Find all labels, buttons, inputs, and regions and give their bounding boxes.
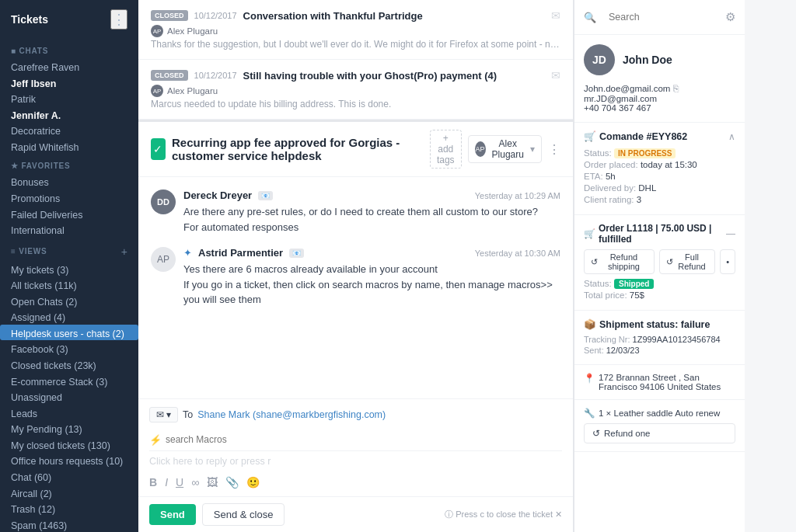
macros-search-input[interactable] <box>166 431 562 448</box>
ticket-agent-1: AP Alex Plugaru <box>151 25 560 37</box>
send-bar: Send Send & close ⓘ Press c to close the… <box>138 496 573 532</box>
shipment-title: 📦 Shipment status: failure <box>584 318 735 330</box>
ticket-title-1: Conversation with Thankful Partridge <box>243 10 545 22</box>
message-1-header: Dereck Dreyer 📧 Yesterday at 10:29 AM <box>183 190 560 201</box>
sidebar-item-international[interactable]: International <box>0 221 138 238</box>
message-2-author: Astrid Parmentier <box>198 247 283 259</box>
sidebar-item-jeff-ibsen[interactable]: Jeff Ibsen <box>0 75 138 91</box>
sidebar-item-unassigned[interactable]: Unassigned <box>0 388 138 405</box>
sidebar-item-chat[interactable]: Chat (60) <box>0 468 138 485</box>
sidebar-item-closed-tickets[interactable]: Closed tickets (23k) <box>0 356 138 373</box>
ticket-card-2-header: CLOSED 10/12/2017 Still having trouble w… <box>151 69 560 82</box>
order1-eta-row: ETA: 5h <box>584 172 735 181</box>
sidebar-item-jennifer[interactable]: Jennifer A. <box>0 106 138 123</box>
press-hint: ⓘ Press c to close the ticket ✕ <box>445 509 562 520</box>
order2-collapse-button[interactable]: — <box>726 228 735 239</box>
refund-one-button[interactable]: ↺ Refund one <box>584 423 735 443</box>
reply-text-area[interactable]: Click here to reply or press r <box>149 451 562 471</box>
image-icon[interactable]: 🖼 <box>207 476 218 489</box>
sidebar-item-all-tickets[interactable]: All tickets (11k) <box>0 276 138 293</box>
sidebar: Tickets ⋮ ■ CHATS Carefree Raven Jeff Ib… <box>0 0 138 532</box>
sidebar-menu-button[interactable]: ⋮ <box>110 9 127 30</box>
emoji-icon[interactable]: 🙂 <box>246 476 260 489</box>
attachment-icon[interactable]: 📎 <box>225 476 239 489</box>
sidebar-item-trash[interactable]: Trash (12) <box>0 500 138 516</box>
copy-email-button[interactable]: ⎘ <box>673 83 679 94</box>
sidebar-item-promotions[interactable]: Promotions <box>0 190 138 206</box>
message-1-author: Dereck Dreyer <box>183 190 252 201</box>
order1-status-row: Status: IN PROGRESS <box>584 148 735 158</box>
ticket-card-1[interactable]: CLOSED 10/12/2017 Conversation with Than… <box>138 0 573 60</box>
profile-phone-row: +40 704 367 467 <box>584 103 735 113</box>
sidebar-item-aircall[interactable]: Aircall (2) <box>0 485 138 501</box>
add-view-button[interactable]: + <box>121 245 127 258</box>
reply-toolbar: B I U ∞ 🖼 📎 🙂 <box>149 471 562 489</box>
shipment-emoji: 📦 <box>584 318 596 330</box>
link-icon[interactable]: ∞ <box>191 476 199 489</box>
resolve-button[interactable]: ✓ <box>151 138 166 160</box>
sidebar-item-my-pending[interactable]: My Pending (13) <box>0 420 138 436</box>
send-close-button[interactable]: Send & close <box>202 503 285 526</box>
refund-shipping-button[interactable]: ↺ Refund shipping <box>584 249 655 274</box>
sidebar-item-decoratrice[interactable]: Decoratrice <box>0 122 138 138</box>
assign-button[interactable]: AP Alex Plugaru ▾ <box>468 135 542 163</box>
sidebar-item-spam[interactable]: Spam (1463) <box>0 516 138 532</box>
full-refund-button[interactable]: ↺ Full Refund <box>659 249 715 274</box>
settings-gear-button[interactable]: ⚙ <box>725 10 735 24</box>
order2-total-label: Total price: <box>584 290 630 300</box>
italic-icon[interactable]: I <box>165 476 168 489</box>
order2-emoji: 🛒 <box>584 228 595 239</box>
right-search-input[interactable] <box>601 8 721 26</box>
sidebar-item-office-hours[interactable]: Office hours requests (10) <box>0 452 138 468</box>
chats-section-title: ■ CHATS <box>11 47 48 55</box>
order1-collapse-button[interactable]: ∧ <box>728 131 735 142</box>
email-icon-1: ✉ <box>551 9 560 22</box>
ticket-card-1-header: CLOSED 10/12/2017 Conversation with Than… <box>151 9 560 22</box>
order1-rating-row: Client rating: 3 <box>584 195 735 204</box>
sidebar-item-my-closed-tickets[interactable]: My closed tickets (130) <box>0 436 138 453</box>
message-1-content: Dereck Dreyer 📧 Yesterday at 10:29 AM Ar… <box>183 190 560 235</box>
right-search-bar: 🔍 ⚙ <box>574 0 745 35</box>
tracking-label: Tracking Nr: <box>584 335 633 344</box>
message-2-time: Yesterday at 10:30 AM <box>475 249 560 258</box>
sidebar-item-assigned[interactable]: Assigned (4) <box>0 308 138 325</box>
sidebar-item-leads[interactable]: Leads <box>0 405 138 421</box>
underline-icon[interactable]: U <box>176 476 183 489</box>
sidebar-item-rapid-whitefish[interactable]: Rapid Whitefish <box>0 138 138 155</box>
order2-total-value: 75$ <box>630 290 644 300</box>
sidebar-item-failed-deliveries[interactable]: Failed Deliveries <box>0 206 138 222</box>
order2-status-row: Status: Shipped <box>584 279 735 288</box>
sidebar-item-bonuses[interactable]: Bonuses <box>0 173 138 190</box>
profile-email-1-row: John.doe@gmail.com ⎘ <box>584 83 735 94</box>
sidebar-title: Tickets <box>11 13 48 26</box>
sidebar-item-carefree-raven[interactable]: Carefree Raven <box>0 58 138 75</box>
profile-email-2-row: mr.JD@gmail.com <box>584 94 735 103</box>
sidebar-item-patrik[interactable]: Patrik <box>0 90 138 106</box>
assignee-name: Alex Plugaru <box>490 138 526 160</box>
sidebar-item-my-tickets[interactable]: My tickets (3) <box>0 261 138 277</box>
ticket-card-2[interactable]: CLOSED 10/12/2017 Still having trouble w… <box>138 60 573 120</box>
message-2-content: ✦ Astrid Parmentier 📧 Yesterday at 10:30… <box>183 247 560 308</box>
order1-section: 🛒 Comande #EYY862 ∧ Status: IN PROGRESS … <box>574 123 745 215</box>
verified-icon: ✦ <box>183 247 192 259</box>
sidebar-item-helpdesk-users-chats[interactable]: Helpdesk users - chats (2) <box>0 325 138 341</box>
more-refund-options-button[interactable]: • <box>720 249 735 274</box>
more-options-icon[interactable]: ⋮ <box>548 142 560 157</box>
email-icon-2: ✉ <box>551 69 560 82</box>
sidebar-item-facebook[interactable]: Facebook (3) <box>0 340 138 356</box>
favorites-section-header: ★ FAVORITES <box>0 154 138 173</box>
bold-icon[interactable]: B <box>149 476 157 489</box>
email-type-button[interactable]: ✉ ▾ <box>149 407 178 422</box>
sidebar-item-ecommerce-stack[interactable]: E-commerce Stack (3) <box>0 373 138 389</box>
order1-placed-value: today at 15:30 <box>641 160 697 169</box>
add-tags-button[interactable]: + add tags <box>430 130 462 169</box>
product-section: 🔧 1 × Leather saddle Auto renew ↺ Refund… <box>574 400 745 452</box>
chat-header-left: ✓ Recurring app fee approved for Gorgias… <box>151 136 430 162</box>
sidebar-item-open-chats[interactable]: Open Chats (2) <box>0 293 138 309</box>
ticket-date-1: 10/12/2017 <box>194 11 237 20</box>
order2-status-label: Status: <box>584 279 614 288</box>
tracking-value: 1Z999AA10123456784 <box>633 335 721 344</box>
agent-avatar-1: AP <box>151 25 163 37</box>
send-button[interactable]: Send <box>149 504 196 525</box>
sent-row: Sent: 12/03/23 <box>584 346 735 355</box>
